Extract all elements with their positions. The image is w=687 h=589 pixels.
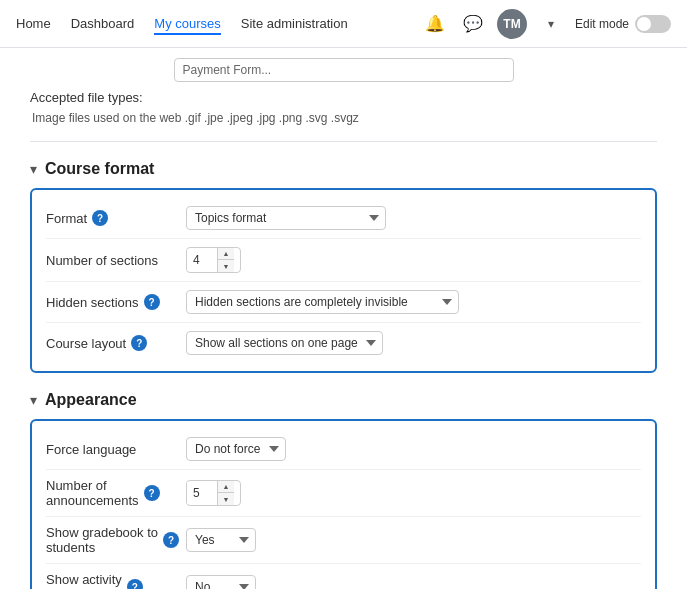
notifications-icon[interactable]: 🔔 <box>421 10 449 38</box>
num-sections-control: ▲ ▼ <box>186 247 641 273</box>
num-announcements-input[interactable] <box>187 482 217 504</box>
hidden-sections-help-icon[interactable]: ? <box>144 294 160 310</box>
nav-my-courses[interactable]: My courses <box>154 12 220 35</box>
force-language-control: Do not force <box>186 437 641 461</box>
show-gradebook-label2: students <box>46 540 158 555</box>
num-sections-input-wrap: ▲ ▼ <box>186 247 241 273</box>
force-language-label-wrap: Force language <box>46 442 186 457</box>
course-format-heading: Course format <box>45 160 154 178</box>
payment-form-input[interactable] <box>174 58 514 82</box>
edit-mode-label: Edit mode <box>575 17 629 31</box>
show-gradebook-row: Show gradebook to students ? Yes No <box>46 517 641 564</box>
nav-dashboard[interactable]: Dashboard <box>71 12 135 35</box>
num-sections-label-wrap: Number of sections <box>46 253 186 268</box>
main-content: Accepted file types: Image files used on… <box>0 48 687 589</box>
show-gradebook-help-icon[interactable]: ? <box>163 532 179 548</box>
course-layout-row: Course layout ? Show all sections on one… <box>46 323 641 363</box>
show-activity-reports-label-inner: Show activity reports ? <box>46 572 143 589</box>
num-announcements-down[interactable]: ▼ <box>218 493 234 505</box>
hidden-sections-row: Hidden sections ? Hidden sections are co… <box>46 282 641 323</box>
show-gradebook-label-wrap: Show gradebook to students ? <box>46 525 186 555</box>
hidden-sections-label: Hidden sections <box>46 295 139 310</box>
num-sections-input[interactable] <box>187 249 217 271</box>
show-gradebook-control: Yes No <box>186 528 641 552</box>
appearance-chevron: ▾ <box>30 392 37 408</box>
edit-mode-switch[interactable] <box>635 15 671 33</box>
accepted-file-types-label: Accepted file types: <box>30 90 143 105</box>
force-language-select[interactable]: Do not force <box>186 437 286 461</box>
nav-right-section: 🔔 💬 TM ▾ Edit mode <box>421 9 671 39</box>
num-announcements-help-icon[interactable]: ? <box>144 485 160 501</box>
course-layout-label-wrap: Course layout ? <box>46 335 186 351</box>
course-format-box: Format ? Topics format Weekly format Sin… <box>30 188 657 373</box>
num-announcements-arrows: ▲ ▼ <box>217 481 234 505</box>
appearance-header[interactable]: ▾ Appearance <box>30 391 657 409</box>
edit-mode-toggle[interactable]: Edit mode <box>575 15 671 33</box>
appearance-section: ▾ Appearance Force language Do not force <box>30 391 657 589</box>
format-label-wrap: Format ? <box>46 210 186 226</box>
accepted-file-types-row: Accepted file types: <box>30 90 657 105</box>
appearance-box: Force language Do not force Number of an… <box>30 419 657 589</box>
avatar[interactable]: TM <box>497 9 527 39</box>
course-layout-label: Course layout <box>46 336 126 351</box>
file-types-value: Image files used on the web .gif .jpe .j… <box>30 111 657 125</box>
hidden-sections-control: Hidden sections are completely invisible… <box>186 290 641 314</box>
course-format-header[interactable]: ▾ Course format <box>30 160 657 178</box>
show-activity-reports-select[interactable]: Yes No <box>186 575 256 589</box>
format-select[interactable]: Topics format Weekly format Single activ… <box>186 206 386 230</box>
top-navbar: Home Dashboard My courses Site administr… <box>0 0 687 48</box>
show-activity-reports-row: Show activity reports ? Yes No <box>46 564 641 589</box>
hidden-sections-select[interactable]: Hidden sections are completely invisible… <box>186 290 459 314</box>
show-gradebook-select[interactable]: Yes No <box>186 528 256 552</box>
course-layout-select[interactable]: Show all sections on one page Show one s… <box>186 331 383 355</box>
file-types-section: Accepted file types: Image files used on… <box>30 48 657 142</box>
nav-home[interactable]: Home <box>16 12 51 35</box>
show-activity-reports-label1: Show activity <box>46 572 122 587</box>
format-row: Format ? Topics format Weekly format Sin… <box>46 198 641 239</box>
format-help-icon[interactable]: ? <box>92 210 108 226</box>
force-language-row: Force language Do not force <box>46 429 641 470</box>
num-announcements-up[interactable]: ▲ <box>218 481 234 493</box>
num-announcements-row: Number of announcements ? ▲ ▼ <box>46 470 641 517</box>
toggle-knob <box>637 17 651 31</box>
format-control: Topics format Weekly format Single activ… <box>186 206 641 230</box>
hidden-sections-label-wrap: Hidden sections ? <box>46 294 186 310</box>
num-sections-label: Number of sections <box>46 253 158 268</box>
course-layout-help-icon[interactable]: ? <box>131 335 147 351</box>
num-announcements-label2: announcements <box>46 493 139 508</box>
num-announcements-label-inner: Number of announcements ? <box>46 478 160 508</box>
course-layout-control: Show all sections on one page Show one s… <box>186 331 641 355</box>
appearance-heading: Appearance <box>45 391 137 409</box>
num-sections-up[interactable]: ▲ <box>218 248 234 260</box>
messages-icon[interactable]: 💬 <box>459 10 487 38</box>
course-format-section: ▾ Course format Format ? Topics format W… <box>30 160 657 373</box>
format-label: Format <box>46 211 87 226</box>
num-announcements-label1: Number of <box>46 478 139 493</box>
course-format-chevron: ▾ <box>30 161 37 177</box>
show-gradebook-label1: Show gradebook to <box>46 525 158 540</box>
num-sections-down[interactable]: ▼ <box>218 260 234 272</box>
num-announcements-control: ▲ ▼ <box>186 480 641 506</box>
nav-site-admin[interactable]: Site administration <box>241 12 348 35</box>
show-activity-reports-control: Yes No <box>186 575 641 589</box>
show-activity-reports-label-wrap: Show activity reports ? <box>46 572 186 589</box>
show-gradebook-label-inner: Show gradebook to students ? <box>46 525 179 555</box>
nav-links: Home Dashboard My courses Site administr… <box>16 12 348 35</box>
num-announcements-input-wrap: ▲ ▼ <box>186 480 241 506</box>
num-sections-arrows: ▲ ▼ <box>217 248 234 272</box>
show-activity-reports-help-icon[interactable]: ? <box>127 579 143 589</box>
force-language-label: Force language <box>46 442 136 457</box>
user-menu-chevron[interactable]: ▾ <box>537 10 565 38</box>
num-announcements-label-wrap: Number of announcements ? <box>46 478 186 508</box>
num-sections-row: Number of sections ▲ ▼ <box>46 239 641 282</box>
